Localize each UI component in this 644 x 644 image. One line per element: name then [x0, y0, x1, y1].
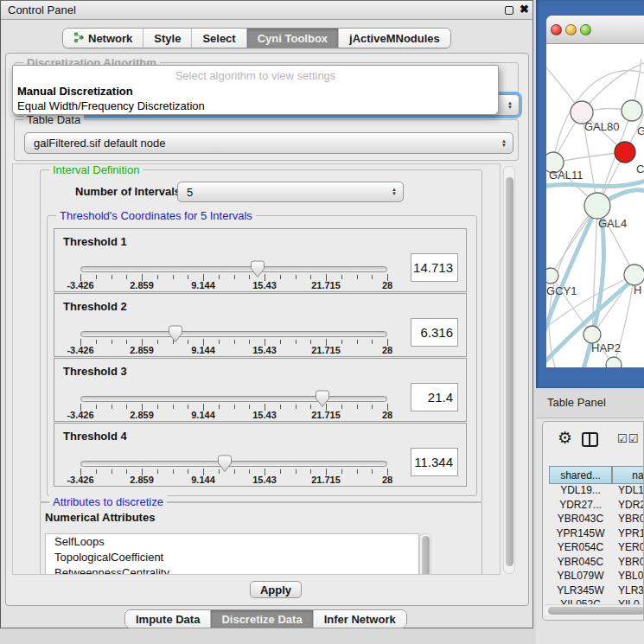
cell-name[interactable]: YIL0 — [618, 598, 640, 604]
attributes-list-scrollbar[interactable] — [419, 533, 431, 575]
minimize-traffic-light[interactable] — [565, 24, 577, 35]
attribute-list-item[interactable]: TopologicalCoefficient — [46, 550, 418, 565]
attribute-list-item[interactable]: BetweennessCentrality — [46, 565, 418, 575]
network-node-H[interactable] — [624, 265, 644, 285]
threshold-value-field[interactable]: 11.344 — [411, 448, 458, 476]
network-window-titlebar[interactable] — [546, 16, 644, 44]
tab-discretize-data[interactable]: Discretize Data — [210, 610, 312, 628]
column-header-shared-name[interactable]: shared... — [549, 466, 612, 484]
tab-cyni-toolbox[interactable]: Cyni Toolbox — [246, 29, 338, 48]
dropdown-option-equal-width-frequency[interactable]: Equal Width/Frequency Discretization — [17, 99, 205, 112]
threshold-slider-thumb[interactable] — [315, 390, 330, 408]
control-panel-titlebar[interactable]: Control Panel ✖ — [1, 1, 532, 20]
dropdown-option-manual-discretization[interactable]: Manual Discretization — [17, 85, 133, 98]
threshold-slider-thumb[interactable] — [168, 325, 183, 343]
tab-select[interactable]: Select — [191, 29, 245, 48]
attribute-list-item[interactable]: SelfLoops — [46, 534, 418, 550]
cell-shared-name[interactable]: YBR045C — [549, 556, 612, 568]
network-window-frame: GAL80GACGAL11GAL4GCY1HHAP2 — [536, 0, 644, 388]
network-node-label: H — [634, 284, 641, 296]
number-of-intervals-select[interactable]: 5 ▲▼ — [177, 182, 404, 202]
tab-label: Select — [202, 32, 235, 45]
tick-mark — [126, 405, 127, 409]
network-node-GA[interactable] — [622, 100, 642, 121]
cell-shared-name[interactable]: YER054C — [549, 541, 612, 553]
column-header-name[interactable]: na — [612, 466, 644, 484]
threshold-slider-track[interactable] — [80, 331, 387, 337]
tick-mark — [173, 275, 174, 279]
table-row[interactable]: YBR043C YBR0 — [549, 513, 644, 527]
settings-scrollbar[interactable] — [503, 166, 515, 574]
table-row[interactable]: YLR345W YLR3 — [549, 584, 644, 599]
network-node-GAL4[interactable] — [584, 193, 610, 219]
tab-label: Network — [88, 32, 132, 45]
float-window-icon[interactable] — [505, 6, 513, 15]
cell-name[interactable]: YBL0 — [618, 570, 643, 582]
table-row[interactable]: YPR145W YPR1 — [549, 527, 644, 542]
network-edge[interactable] — [546, 275, 634, 329]
threshold-value-field[interactable]: 14.713 — [411, 253, 458, 282]
scale-label: 9.144 — [191, 280, 215, 290]
table-row[interactable]: YBR045C YBR0 — [549, 556, 644, 571]
tab-network[interactable]: Network — [63, 29, 143, 48]
gear-icon[interactable]: ⚙ — [558, 428, 572, 448]
tab-style[interactable]: Style — [143, 29, 191, 48]
tick-mark — [296, 469, 296, 474]
table-row[interactable]: YER054C YER0 — [549, 541, 644, 556]
threshold-slider-thumb[interactable] — [250, 260, 265, 278]
network-node-GCY1[interactable] — [546, 268, 558, 284]
network-graph[interactable]: GAL80GACGAL11GAL4GCY1HHAP2 — [546, 44, 644, 367]
tick-mark — [112, 275, 112, 279]
cell-shared-name[interactable]: YLR345W — [549, 584, 612, 596]
table-panel-title: Table Panel — [547, 396, 606, 409]
tick-mark — [234, 469, 235, 474]
tick-mark — [188, 469, 188, 474]
threshold-slider-thumb[interactable] — [217, 455, 233, 473]
cell-name[interactable]: YPR1 — [618, 527, 644, 539]
cell-name[interactable]: YBR0 — [618, 556, 644, 568]
close-icon[interactable]: ✖ — [520, 3, 529, 16]
network-node-HAP2[interactable] — [583, 326, 601, 343]
close-traffic-light[interactable] — [551, 24, 562, 35]
cell-shared-name[interactable]: YDL19... — [549, 484, 612, 496]
cell-name[interactable]: YDL1 — [618, 484, 644, 496]
tab-jactivemnodules[interactable]: jActiveMNodules — [338, 29, 450, 48]
cell-shared-name[interactable]: YBR043C — [549, 513, 612, 525]
column-view-icon[interactable] — [582, 432, 598, 447]
tick-mark — [280, 340, 281, 344]
network-node-node[interactable] — [606, 357, 622, 367]
group-title: Interval Definition — [49, 163, 143, 176]
scale-label: 28 — [382, 475, 392, 485]
threshold-slider-track[interactable] — [80, 461, 387, 467]
checkbox-icons[interactable]: ☑☑ — [617, 432, 639, 445]
table-row[interactable]: YDL19... YDL1 — [549, 484, 644, 499]
threshold-slider-track[interactable] — [80, 396, 387, 402]
threshold-slider-track[interactable] — [80, 266, 387, 272]
apply-button[interactable]: Apply — [250, 581, 302, 598]
network-node-C[interactable] — [615, 142, 635, 163]
table-row[interactable]: YIL052C YIL0 — [549, 598, 644, 604]
numerical-attributes-list[interactable]: SelfLoopsTopologicalCoefficientBetweenne… — [45, 533, 419, 575]
table-horizontal-scrollbar[interactable] — [545, 604, 644, 615]
table-row[interactable]: YDR27... YDR2 — [549, 499, 644, 513]
threshold-value-field[interactable]: 21.4 — [411, 383, 458, 411]
zoom-traffic-light[interactable] — [580, 24, 591, 35]
cell-shared-name[interactable]: YBL079W — [549, 570, 612, 582]
table-row[interactable]: YBL079W YBL0 — [549, 570, 644, 584]
tick-mark — [157, 469, 158, 474]
cell-shared-name[interactable]: YPR145W — [549, 527, 612, 539]
cell-name[interactable]: YER0 — [618, 541, 644, 553]
cell-name[interactable]: YDR2 — [618, 499, 644, 511]
tick-mark — [341, 275, 342, 279]
table-data-select[interactable]: galFiltered.sif default node ▲▼ — [24, 132, 513, 154]
cell-shared-name[interactable]: YDR27... — [549, 499, 612, 511]
tab-impute-data[interactable]: Impute Data — [125, 610, 210, 628]
tab-infer-network[interactable]: Infer Network — [313, 610, 406, 628]
network-canvas[interactable]: GAL80GACGAL11GAL4GCY1HHAP2 — [546, 44, 644, 367]
threshold-value-field[interactable]: 6.316 — [411, 318, 458, 347]
window-title: Control Panel — [8, 3, 76, 16]
cell-name[interactable]: YLR3 — [618, 584, 644, 596]
table-panel-titlebar[interactable]: Table Panel — [536, 388, 644, 418]
cell-name[interactable]: YBR0 — [618, 513, 644, 525]
cell-shared-name[interactable]: YIL052C — [549, 598, 612, 604]
